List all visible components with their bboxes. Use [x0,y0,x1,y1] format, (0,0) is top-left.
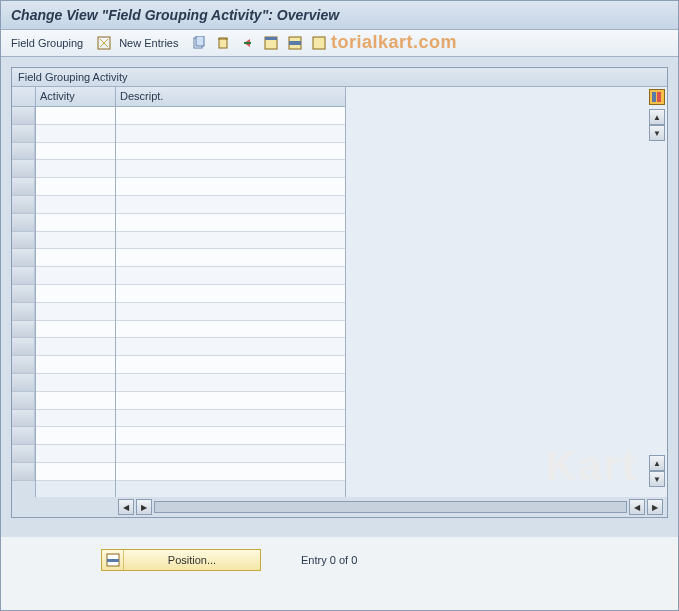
scroll-left-button[interactable]: ◀ [629,499,645,515]
svg-rect-5 [265,37,277,40]
row-selector[interactable] [12,125,35,143]
position-label: Position... [124,554,260,566]
row-selector[interactable] [12,214,35,232]
svg-rect-12 [107,559,119,562]
position-icon [102,550,124,570]
data-grid[interactable]: Activity [12,87,667,497]
descript-cell[interactable] [116,338,345,356]
activity-cell[interactable] [36,160,115,178]
hscroll-track[interactable] [154,501,627,513]
descript-cell[interactable] [116,143,345,161]
descript-cell[interactable] [116,214,345,232]
entry-counter: Entry 0 of 0 [301,554,357,566]
deselect-all-icon[interactable] [310,34,328,52]
column-header-descript[interactable]: Descript. [116,87,345,107]
activity-cell[interactable] [36,143,115,161]
activity-cell[interactable] [36,303,115,321]
delete-icon[interactable] [214,34,232,52]
descript-cell[interactable] [116,285,345,303]
scroll-right-button[interactable]: ▶ [647,499,663,515]
activity-cell[interactable] [36,410,115,428]
select-all-icon[interactable] [262,34,280,52]
descript-cell[interactable] [116,196,345,214]
position-button[interactable]: Position... [101,549,261,571]
svg-rect-9 [652,92,656,102]
activity-cell[interactable] [36,232,115,250]
row-selector[interactable] [12,410,35,428]
row-selector[interactable] [12,374,35,392]
activity-cell[interactable] [36,463,115,481]
descript-cell[interactable] [116,303,345,321]
descript-cell[interactable] [116,356,345,374]
descript-cell[interactable] [116,427,345,445]
horizontal-scroll-row: ◀ ▶ ◀ ▶ [12,497,667,517]
activity-cell[interactable] [36,338,115,356]
row-selector[interactable] [12,321,35,339]
scroll-down-button[interactable]: ▼ [649,471,665,487]
selector-header [12,87,35,107]
vertical-scrollbar[interactable]: ▲ ▼ ▲ ▼ [649,109,665,487]
row-selector[interactable] [12,392,35,410]
row-selector[interactable] [12,143,35,161]
activity-cell[interactable] [36,178,115,196]
activity-cell[interactable] [36,214,115,232]
row-selector[interactable] [12,107,35,125]
activity-cell[interactable] [36,125,115,143]
row-selector[interactable] [12,160,35,178]
row-selector[interactable] [12,249,35,267]
activity-cell[interactable] [36,356,115,374]
svg-rect-8 [313,37,325,49]
configure-columns-icon[interactable] [649,89,665,105]
undo-icon[interactable] [238,34,256,52]
descript-column: Descript. [116,87,346,497]
descript-cell[interactable] [116,321,345,339]
activity-cell[interactable] [36,267,115,285]
row-selector[interactable] [12,427,35,445]
descript-cell[interactable] [116,374,345,392]
row-selector[interactable] [12,356,35,374]
activity-cell[interactable] [36,321,115,339]
title-bar: Change View "Field Grouping Activity": O… [1,1,678,30]
activity-cell[interactable] [36,285,115,303]
row-selector[interactable] [12,178,35,196]
scroll-left-button[interactable]: ◀ [118,499,134,515]
activity-cell[interactable] [36,196,115,214]
details-icon[interactable] [95,34,113,52]
descript-cell[interactable] [116,445,345,463]
activity-cell[interactable] [36,445,115,463]
scroll-up-button[interactable]: ▲ [649,455,665,471]
scroll-up-button[interactable]: ▲ [649,109,665,125]
row-selector[interactable] [12,463,35,481]
descript-cell[interactable] [116,232,345,250]
row-selector[interactable] [12,232,35,250]
descript-cell[interactable] [116,178,345,196]
activity-cell[interactable] [36,107,115,125]
scroll-down-button[interactable]: ▼ [649,125,665,141]
row-selector[interactable] [12,267,35,285]
activity-cell[interactable] [36,392,115,410]
row-selector[interactable] [12,338,35,356]
descript-cell[interactable] [116,249,345,267]
descript-cell[interactable] [116,463,345,481]
column-header-activity[interactable]: Activity [36,87,115,107]
descript-cell[interactable] [116,392,345,410]
row-selector[interactable] [12,196,35,214]
row-selector[interactable] [12,285,35,303]
scroll-right-button[interactable]: ▶ [136,499,152,515]
select-block-icon[interactable] [286,34,304,52]
descript-cell[interactable] [116,107,345,125]
new-entries-button[interactable]: New Entries [119,37,178,49]
row-selector[interactable] [12,445,35,463]
activity-cell[interactable] [36,249,115,267]
svg-rect-7 [289,41,301,45]
descript-cell[interactable] [116,267,345,285]
descript-cell[interactable] [116,125,345,143]
row-selector[interactable] [12,303,35,321]
activity-cell[interactable] [36,427,115,445]
descript-cell[interactable] [116,410,345,428]
field-grouping-label: Field Grouping [11,37,83,49]
copy-icon[interactable] [190,34,208,52]
activity-cell[interactable] [36,374,115,392]
descript-cell[interactable] [116,160,345,178]
grid-container: Activity [12,87,667,517]
